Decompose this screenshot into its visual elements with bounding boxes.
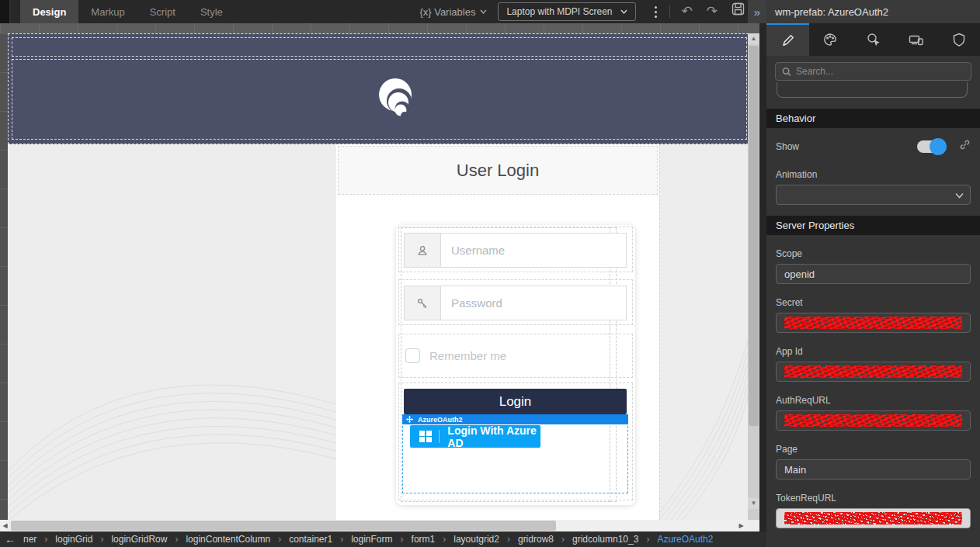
azure-login-button[interactable]: Login With Azure AD bbox=[410, 425, 540, 448]
column-guide-right bbox=[659, 144, 660, 520]
azure-login-label: Login With Azure AD bbox=[447, 424, 540, 449]
breadcrumb-item-ner[interactable]: ner bbox=[23, 534, 36, 545]
breadcrumb-item-loginContentColumn[interactable]: loginContentColumn bbox=[186, 534, 270, 545]
device-selector[interactable]: Laptop with MDPI Screen bbox=[498, 2, 635, 21]
save-icon bbox=[732, 2, 745, 16]
collapse-panel-button[interactable]: » bbox=[748, 0, 766, 23]
header-main-row[interactable] bbox=[12, 59, 747, 140]
panel-toggle-button[interactable] bbox=[0, 0, 11, 23]
horizontal-scrollbar[interactable]: ◀ ▶ bbox=[0, 520, 748, 531]
scrolled-field-remnant bbox=[777, 82, 968, 98]
server-fields: ScopeopenidSecretApp IdAuthReqURLPageMai… bbox=[766, 248, 980, 528]
vertical-scrollbar[interactable]: ▲ ▼ bbox=[748, 33, 759, 520]
tab-events[interactable] bbox=[852, 23, 895, 56]
breadcrumb-item-form1[interactable]: form1 bbox=[412, 534, 436, 545]
wavemaker-studio: Design Markup Script Style {x} Variables… bbox=[0, 0, 980, 547]
prop-input-scope[interactable]: openid bbox=[776, 264, 971, 284]
search-input[interactable] bbox=[796, 66, 964, 77]
horizontal-scroll-thumb[interactable] bbox=[11, 521, 556, 531]
show-label: Show bbox=[776, 141, 799, 152]
prefab-selection-region[interactable]: Login With Azure AD bbox=[402, 414, 628, 493]
prop-label-page: Page bbox=[776, 444, 971, 455]
tab-properties[interactable] bbox=[766, 23, 809, 56]
redaction-scribble bbox=[784, 317, 962, 329]
scroll-up-button[interactable]: ▲ bbox=[748, 33, 759, 44]
breadcrumb-item-loginForm[interactable]: loginForm bbox=[351, 534, 392, 545]
prop-label-authrequrl: AuthReqURL bbox=[776, 395, 971, 406]
chevron-down-icon bbox=[620, 9, 627, 14]
password-icon-box bbox=[404, 286, 441, 320]
tab-security[interactable] bbox=[937, 23, 980, 56]
header-top-row[interactable] bbox=[12, 37, 747, 57]
search-icon bbox=[782, 67, 791, 77]
prop-label-secret: Secret bbox=[776, 297, 971, 308]
button-divider bbox=[439, 430, 440, 443]
prefab-tag-label: AzureOAuth2 bbox=[418, 416, 463, 424]
inspect-icon bbox=[865, 32, 881, 47]
prop-input-page[interactable]: Main bbox=[776, 459, 971, 479]
more-options-button[interactable] bbox=[647, 6, 665, 18]
vertical-scroll-thumb[interactable] bbox=[749, 46, 759, 426]
prop-label-tokenrequrl: TokenReqURL bbox=[776, 493, 971, 504]
tab-styles[interactable] bbox=[809, 23, 852, 56]
background-swirl-left bbox=[8, 305, 342, 520]
breadcrumb-separator: › bbox=[443, 534, 446, 545]
animation-select[interactable] bbox=[776, 185, 971, 205]
property-search bbox=[775, 62, 971, 81]
actions-row: Login Login With Azure AD Azu bbox=[398, 383, 633, 500]
breadcrumb-item-loginGrid[interactable]: loginGrid bbox=[55, 534, 92, 545]
prop-input-secret[interactable] bbox=[776, 313, 971, 333]
properties-panel: wm-prefab: AzureOAuth2 bbox=[766, 0, 980, 547]
breadcrumb-separator: › bbox=[175, 534, 178, 545]
tab-devices[interactable] bbox=[895, 23, 937, 56]
username-input[interactable] bbox=[441, 233, 627, 268]
devices-icon bbox=[908, 32, 925, 47]
prop-input-tokenrequrl[interactable] bbox=[776, 508, 971, 528]
breadcrumb-item-AzureOAuth2[interactable]: AzureOAuth2 bbox=[657, 534, 713, 545]
breadcrumb-separator: › bbox=[401, 534, 404, 545]
breadcrumb-separator: › bbox=[100, 534, 103, 545]
tab-style[interactable]: Style bbox=[188, 0, 235, 23]
tab-script[interactable]: Script bbox=[137, 0, 188, 23]
section-server-properties: Server Properties bbox=[766, 216, 980, 235]
user-icon bbox=[416, 244, 429, 257]
undo-button[interactable]: ↶ bbox=[675, 0, 700, 23]
bind-property-icon[interactable] bbox=[959, 139, 971, 154]
login-form-card[interactable]: Remember me Login Login With Azure AD bbox=[396, 225, 635, 505]
breadcrumb-item-container1[interactable]: container1 bbox=[289, 534, 332, 545]
login-content-column[interactable]: User Login bbox=[336, 144, 659, 520]
tab-design[interactable]: Design bbox=[20, 0, 78, 23]
redaction-scribble bbox=[784, 414, 962, 427]
design-canvas: User Login bbox=[8, 33, 748, 520]
device-selector-value: Laptop with MDPI Screen bbox=[506, 6, 612, 17]
password-input[interactable] bbox=[441, 286, 627, 320]
breadcrumb-back-icon[interactable]: ← bbox=[5, 533, 16, 545]
breadcrumb-item-gridrow8[interactable]: gridrow8 bbox=[518, 534, 554, 545]
breadcrumb-item-layoutgrid2[interactable]: layoutgrid2 bbox=[454, 534, 499, 545]
variables-label: {x} Variables bbox=[419, 6, 475, 18]
prop-input-authrequrl[interactable] bbox=[776, 410, 971, 431]
login-button[interactable]: Login bbox=[404, 389, 627, 414]
scroll-left-button[interactable]: ◀ bbox=[0, 520, 10, 531]
tab-markup[interactable]: Markup bbox=[78, 0, 137, 23]
breadcrumb-item-gridcolumn10_3[interactable]: gridcolumn10_3 bbox=[572, 534, 638, 545]
panel-gap bbox=[759, 23, 766, 547]
microsoft-icon bbox=[419, 431, 432, 443]
app-header[interactable] bbox=[8, 33, 748, 144]
show-toggle[interactable] bbox=[917, 140, 945, 153]
prop-input-app-id[interactable] bbox=[776, 362, 971, 382]
variables-dropdown[interactable]: {x} Variables bbox=[419, 6, 487, 18]
scroll-down-button[interactable]: ▼ bbox=[748, 498, 759, 509]
prefab-selection-bar[interactable]: AzureOAuth2 bbox=[402, 414, 628, 424]
redo-button[interactable]: ↷ bbox=[700, 0, 725, 23]
breadcrumb-item-loginGridRow[interactable]: loginGridRow bbox=[111, 534, 167, 545]
remember-checkbox[interactable] bbox=[405, 348, 420, 363]
breadcrumb-items: ner›loginGrid›loginGridRow›loginContentC… bbox=[23, 534, 713, 545]
password-row bbox=[398, 279, 633, 325]
animation-label: Animation bbox=[776, 169, 971, 180]
widget-breadcrumb: ← ner›loginGrid›loginGridRow›loginConten… bbox=[0, 531, 766, 547]
scroll-right-button[interactable]: ▶ bbox=[736, 520, 746, 531]
toolbar-divider bbox=[669, 5, 670, 18]
breadcrumb-separator: › bbox=[646, 534, 649, 545]
remember-label: Remember me bbox=[429, 349, 506, 362]
